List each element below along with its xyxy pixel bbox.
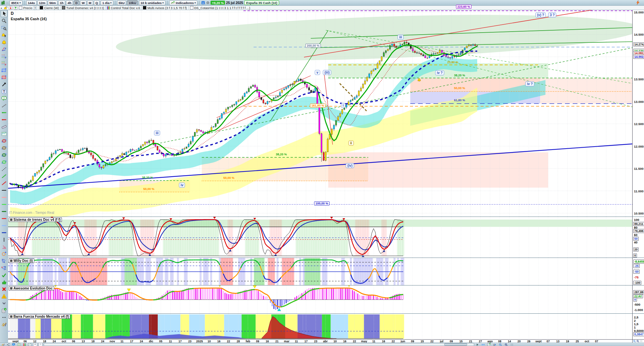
alarm-pointer-tool[interactable] [1,31,7,38]
legend-item[interactable]: Cierre (W) [40,6,59,10]
ellipse-brown-tool[interactable] [1,144,7,151]
scroll-left-button[interactable]: ‹ [38,343,43,346]
zoom-in-button[interactable] [636,340,639,343]
collapse-legend-icon[interactable]: ▴ [1,6,2,9]
signature-tool[interactable] [1,321,7,328]
angle-tool[interactable]: α [1,243,7,250]
validate-tool[interactable] [1,271,7,278]
pattern-tool[interactable] [1,130,7,137]
elliott-wave-label[interactable]: (v) ? [535,12,546,17]
toolbar-grip[interactable]: ⁞⁞ [6,1,8,4]
panel-canvas[interactable] [8,258,632,285]
fib-level-label[interactable]: 38,20 % [454,74,465,77]
trendline-green-tool[interactable] [1,172,7,180]
trenes-svg[interactable] [8,217,632,258]
instrument-pill[interactable]: España 35 Cash (1€) [244,0,279,5]
panel-title[interactable]: Awesome Evolution Doc [9,286,54,291]
panel-title[interactable]: Sistema de trenes Doc v4 (f f) [9,218,62,222]
segment-tool[interactable] [1,102,7,109]
price-chart-canvas[interactable] [8,10,632,217]
text-tool[interactable]: T [1,88,7,95]
timeframe-button-4h[interactable]: 4h [66,0,73,5]
alarm-clock-icon[interactable] [3,6,7,10]
timeframe-button-d[interactable]: D [74,0,79,5]
fib-level-label[interactable]: 100,00 % [314,201,330,205]
hline-black-tool[interactable] [1,187,7,194]
price-axis[interactable]: 15.00014.50014.00013.50013.00012.50012.0… [632,10,644,217]
period-selector[interactable]: 1 día▾ [101,0,113,5]
elliott-wave-label[interactable]: 3 ? [548,12,556,17]
panel-title[interactable]: Barra Fuerza Fondo Mercado v4 (f) [9,314,70,319]
timeframe-button-w[interactable]: W [80,0,86,5]
sheet-taskbar-button[interactable] [17,343,21,346]
fib-level-label[interactable]: 23,60 % [447,61,458,64]
timeframe-button-12m[interactable]: 12m [37,0,47,5]
main-chart-area[interactable]: D España 35 Cash (1€) IT-Finance.com - T… [8,10,632,217]
horizontal-scrollbar[interactable] [44,343,474,346]
chartwin-taskbar-button[interactable] [28,343,32,346]
vline-tool[interactable] [1,236,7,243]
fib-level-label[interactable]: 38,20 % [276,153,287,156]
timeframe-button-144s[interactable]: 144s [26,0,37,5]
warning-tool[interactable]: ! [1,293,7,300]
panel-canvas[interactable] [8,217,632,258]
zoomout-taskbar-button[interactable] [498,343,502,346]
legend-list-icon[interactable]: ≡ [34,6,37,10]
zone-rect-blue-tool[interactable] [1,67,7,74]
buy-arrow-icon[interactable] [14,6,17,10]
ellipse-green-tool[interactable] [1,151,7,158]
fib-extension-label[interactable]: 223,60 % [456,5,471,9]
zone-rect-red-tool[interactable] [1,74,7,81]
qup-taskbar-button[interactable]: Q [492,343,497,346]
indicator-panel-3[interactable]: Awesome Evolution Doc [8,285,632,313]
sell-arrow-icon[interactable] [9,6,12,10]
awesome-svg[interactable] [8,285,632,313]
hmarker-green-tool[interactable] [1,109,7,116]
share-taskbar-button[interactable] [6,343,10,346]
elliott-wave-label[interactable]: (iv) [346,163,354,168]
trendline-red-tool[interactable] [1,180,7,187]
zoom-area-tool[interactable] [1,24,7,31]
timeframe-button-q[interactable]: Q [94,0,100,5]
collapse-tools-button[interactable] [1,300,7,307]
fib-level-label[interactable]: 161,80 % [310,104,326,108]
greenchart-taskbar-button[interactable] [487,343,491,346]
volume-button-10ku[interactable]: 10kU [127,0,138,5]
fib-level-label[interactable]: 61,80 % [454,99,465,102]
precio-checkbox[interactable] [19,6,22,9]
ellipse-red-tool[interactable] [1,137,7,144]
trend-arrow-tool[interactable] [1,81,7,88]
indicator-panel-2[interactable]: Willy Doc (t) [8,258,632,285]
elliott-wave-label[interactable]: iv ? [525,81,534,86]
units-selector[interactable]: 10 k unidades▾ [139,0,165,5]
zoom-out-button[interactable] [633,340,636,343]
indicator-panel-1[interactable]: Sistema de trenes Doc v4 (f f) [8,217,632,258]
panel-canvas[interactable] [8,314,632,339]
ruler-tool[interactable] [1,123,7,130]
fib-projection-tool[interactable]: F [1,60,7,67]
alarm-tool[interactable] [1,38,7,45]
fib-level-label[interactable]: 200,00 % [305,44,321,48]
legend-item[interactable]: Tunel Domenec v4 (t t t t t) [62,6,104,10]
cols-taskbar-button[interactable] [509,343,514,346]
zoom-tool[interactable] [1,17,7,24]
price-chart-svg[interactable] [8,10,632,217]
fib-retracement-tool[interactable]: F [1,52,7,60]
hline-blue-tool[interactable] [1,229,7,236]
legend-checkbox[interactable] [190,6,193,9]
hline-lightblue-tool[interactable] [1,222,7,229]
fib-fan-tool[interactable]: F [1,45,7,52]
legend-item[interactable]: Control Total Doc v.6 [107,6,140,10]
panel-canvas[interactable] [8,285,632,313]
play-taskbar-button[interactable] [475,343,480,346]
trendline-black-dashed-tool[interactable] [1,165,7,172]
timeframe-button-1h[interactable]: 1h [58,0,65,5]
columns-icon-button[interactable] [640,340,643,343]
legend-item-precio[interactable]: Precio [19,6,32,10]
circle-projection-tool[interactable] [1,250,7,257]
info-icon[interactable]: i [201,1,205,5]
abc-labels-tool[interactable]: a+bc+ [1,264,7,271]
elliott-wave-label[interactable]: v [315,70,320,75]
indicators-button[interactable]: Indicadores▾ [169,0,197,5]
time-axis[interactable]: sept06121824oct06131824nov111724dic05111… [8,339,632,343]
